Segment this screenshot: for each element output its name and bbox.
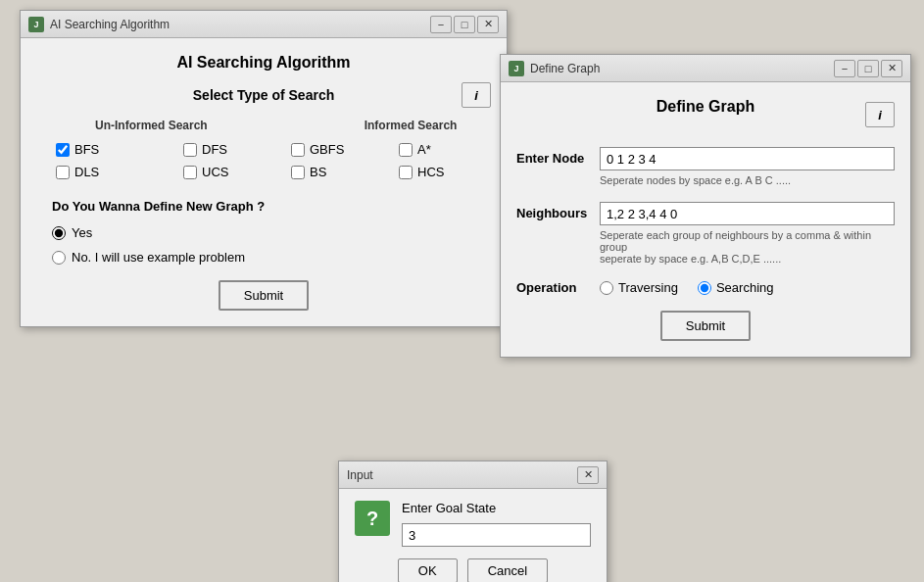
yes-radio[interactable] [52, 226, 66, 240]
graph-maximize-button[interactable]: □ [857, 60, 879, 77]
submit-btn-row: Submit [36, 280, 491, 311]
maximize-button[interactable]: □ [454, 16, 475, 33]
operation-label: Operation [516, 280, 600, 295]
bs-label: BS [310, 165, 326, 179]
graph-content: Define Graph i Enter Node Seperate nodes… [501, 82, 910, 357]
checkbox-dfs[interactable]: DFS [183, 142, 291, 157]
no-radio[interactable] [52, 251, 66, 265]
graph-header-row: Define Graph i [516, 98, 895, 131]
enter-node-input[interactable] [600, 147, 895, 170]
define-graph-section: Do You Wanna Define New Graph ? Yes No. … [36, 199, 491, 265]
checkbox-ucs[interactable]: UCS [183, 165, 291, 179]
neighbours-input[interactable] [600, 202, 895, 225]
graph-minimize-button[interactable]: − [834, 60, 855, 77]
graph-title-bar: J Define Graph − □ ✕ [501, 55, 910, 82]
graph-window-title-bar: Define Graph [530, 62, 834, 75]
main-submit-button[interactable]: Submit [219, 280, 309, 311]
dialog-body: ? Enter Goal State [355, 501, 591, 547]
question-icon: ? [355, 501, 390, 536]
dialog-controls: ✕ [577, 466, 599, 484]
minimize-button[interactable]: − [430, 16, 452, 33]
dialog-content: ? Enter Goal State OK Cancel [339, 489, 607, 582]
graph-info-button[interactable]: i [865, 102, 895, 127]
hcs-checkbox[interactable] [399, 166, 413, 179]
graph-window-controls: − □ ✕ [834, 60, 902, 77]
dfs-label: DFS [202, 142, 227, 157]
checkbox-hcs[interactable]: HCS [399, 165, 487, 179]
graph-close-button[interactable]: ✕ [881, 60, 902, 77]
searching-radio[interactable] [698, 281, 711, 295]
main-title-bar: J AI Searching Algorithm − □ ✕ [21, 11, 507, 38]
info-button[interactable]: i [462, 82, 491, 108]
main-heading: AI Searching Algorithm [36, 54, 491, 72]
graph-window: J Define Graph − □ ✕ Define Graph i Ente… [500, 54, 911, 358]
close-button[interactable]: ✕ [477, 16, 499, 33]
dialog-close-button[interactable]: ✕ [577, 466, 599, 484]
bs-checkbox[interactable] [291, 166, 305, 179]
select-search-row: Select Type of Search i [36, 87, 491, 103]
input-dialog: Input ✕ ? Enter Goal State OK Cancel [338, 461, 608, 582]
dls-checkbox[interactable] [56, 166, 70, 179]
gbfs-label: GBFS [310, 142, 344, 157]
operation-row: Operation Traversing Searching [516, 280, 895, 295]
dls-label: DLS [74, 165, 99, 179]
enter-node-label: Enter Node [516, 147, 600, 166]
bfs-checkbox[interactable] [56, 143, 70, 157]
select-search-label: Select Type of Search [193, 87, 334, 103]
astar-checkbox[interactable] [399, 143, 413, 157]
dialog-title: Input [347, 468, 577, 482]
enter-node-row: Enter Node [516, 147, 895, 170]
bfs-label: BFS [74, 142, 99, 157]
traversing-option[interactable]: Traversing [600, 280, 678, 295]
ucs-checkbox[interactable] [183, 166, 197, 179]
define-graph-question: Do You Wanna Define New Graph ? [52, 199, 475, 214]
graph-title: Define Graph [657, 98, 754, 116]
no-label: No. I will use example problem [72, 250, 245, 265]
main-content: AI Searching Algorithm Select Type of Se… [21, 38, 507, 326]
neighbours-label: Neighbours [516, 202, 600, 220]
main-window: J AI Searching Algorithm − □ ✕ AI Search… [20, 10, 508, 327]
dialog-prompt: Enter Goal State [402, 501, 591, 515]
traversing-radio[interactable] [600, 281, 613, 295]
checkbox-bs[interactable]: BS [291, 165, 399, 179]
dialog-text: Enter Goal State [402, 501, 591, 547]
traversing-label: Traversing [618, 280, 678, 295]
astar-label: A* [417, 142, 431, 157]
dialog-title-bar: Input ✕ [339, 461, 607, 489]
checkbox-gbfs[interactable]: GBFS [291, 142, 399, 157]
neighbours-hint: Seperate each group of neighbours by a c… [600, 229, 895, 265]
dfs-checkbox[interactable] [183, 143, 197, 157]
yes-label: Yes [72, 225, 92, 240]
goal-state-input[interactable] [402, 523, 591, 547]
cancel-button[interactable]: Cancel [467, 558, 548, 582]
gbfs-checkbox[interactable] [291, 143, 305, 157]
radio-yes-item[interactable]: Yes [52, 225, 475, 240]
informed-label: Informed Search [365, 119, 458, 132]
radio-no-item[interactable]: No. I will use example problem [52, 250, 475, 265]
checkbox-astar[interactable]: A* [399, 142, 487, 157]
searching-option[interactable]: Searching [698, 280, 774, 295]
hcs-label: HCS [417, 165, 444, 179]
enter-node-hint: Seperate nodes by space e.g. A B C ..... [600, 174, 895, 186]
checkbox-dls[interactable]: DLS [56, 165, 183, 179]
graph-submit-row: Submit [516, 311, 895, 341]
ucs-label: UCS [202, 165, 228, 179]
main-window-title: AI Searching Algorithm [50, 18, 430, 31]
searching-label: Searching [716, 280, 774, 295]
graph-submit-button[interactable]: Submit [660, 311, 751, 341]
uninformed-label: Un-Informed Search [95, 119, 208, 132]
search-types-header: Un-Informed Search Informed Search [36, 119, 491, 132]
operation-radio-group: Traversing Searching [600, 280, 773, 295]
checkboxes-grid: BFS DFS GBFS A* DLS UCS [36, 142, 491, 179]
checkbox-bfs[interactable]: BFS [56, 142, 183, 157]
main-window-controls: − □ ✕ [430, 16, 499, 33]
neighbours-row: Neighbours [516, 202, 895, 225]
graph-java-icon: J [509, 61, 524, 76]
ok-button[interactable]: OK [398, 558, 458, 582]
java-icon: J [28, 17, 44, 32]
dialog-buttons: OK Cancel [355, 558, 591, 582]
